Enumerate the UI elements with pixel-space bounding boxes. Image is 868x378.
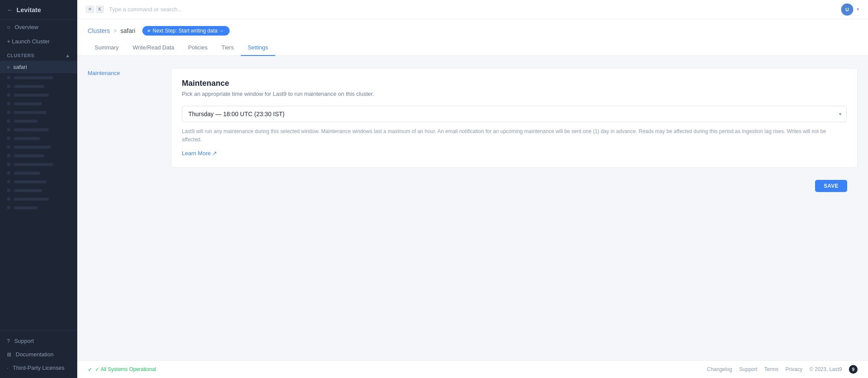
list-item[interactable] [0,177,77,186]
list-item[interactable] [0,82,77,91]
notification-badge[interactable]: 9 [849,365,858,374]
cluster-item-safari[interactable]: ≡ safari [0,61,77,73]
list-item[interactable] [0,160,77,169]
topbar-right: U ▾ [841,3,859,16]
search-input-placeholder[interactable]: Type a command or search... [109,6,836,13]
page-header: Clusters > safari Next Step: Start writi… [77,19,868,56]
main-area: ⌘ K Type a command or search... U ▾ Clus… [77,0,868,378]
settings-content: Maintenance Pick an appropriate time win… [171,68,858,197]
footer-status: ✓ ✓ All Systems Operational [88,366,156,373]
maintenance-card: Maintenance Pick an appropriate time win… [171,68,858,168]
footer-links: Changelog Support Terms Privacy © 2023, … [707,365,858,374]
learn-more-link[interactable]: Learn More ↗ [182,150,217,156]
third-party-icon: · [7,365,8,371]
shortcut-hint: ⌘ K [86,6,104,13]
support-icon: ? [7,338,10,344]
save-button[interactable]: SAVE [815,180,847,192]
list-item[interactable] [0,186,77,195]
shortcut-key-cmd: ⌘ [86,6,94,13]
tabs: Summary Write/Read Data Policies Tiers S… [88,41,858,55]
list-item[interactable] [0,125,77,134]
back-icon[interactable]: ← [7,7,13,13]
breadcrumb-separator: > [113,27,117,34]
maintenance-info-text: Last9 will run any maintenance during th… [182,127,847,144]
tab-write-read[interactable]: Write/Read Data [126,41,181,56]
tab-settings[interactable]: Settings [241,41,275,56]
sidebar-item-documentation[interactable]: ⊞ Documentation [0,348,77,361]
sidebar-item-third-party[interactable]: · Third-Party Licenses [0,361,77,375]
settings-layout: Maintenance Maintenance Pick an appropri… [88,68,858,197]
list-item[interactable] [0,99,77,108]
maintenance-select-wrapper: Thursday — 18:00 UTC (23:30 IST) Monday … [182,106,847,122]
shortcut-key-k: K [96,6,104,13]
breadcrumb-clusters[interactable]: Clusters [88,27,110,34]
documentation-icon: ⊞ [7,352,11,358]
sidebar-cluster-list [0,73,77,330]
list-item[interactable] [0,108,77,117]
list-item[interactable] [0,203,77,212]
badge-dot [148,29,150,32]
save-area: SAVE [171,175,858,197]
list-item[interactable] [0,91,77,99]
avatar-chevron-icon[interactable]: ▾ [857,7,859,12]
sidebar-logo[interactable]: ← Levitate [0,0,77,20]
next-step-badge[interactable]: Next Step: Start writing data → [142,26,230,36]
status-check-icon: ✓ [88,366,92,373]
breadcrumb-current: safari [121,27,135,34]
tab-summary[interactable]: Summary [88,41,126,56]
settings-nav: Maintenance [88,68,157,197]
sidebar: ← Levitate ○ Overview + Launch Cluster C… [0,0,77,378]
tab-policies[interactable]: Policies [181,41,214,56]
list-item[interactable] [0,143,77,151]
list-item[interactable] [0,73,77,82]
terms-link[interactable]: Terms [764,366,779,372]
settings-nav-maintenance[interactable]: Maintenance [88,68,157,78]
section-description: Pick an appropriate time window for Last… [182,91,847,97]
copyright-text: © 2023, Last9 [809,366,842,372]
support-link[interactable]: Support [739,366,757,372]
list-item[interactable] [0,195,77,203]
privacy-link[interactable]: Privacy [786,366,802,372]
sidebar-bottom: ? Support ⊞ Documentation · Third-Party … [0,330,77,378]
section-title: Maintenance [182,79,847,88]
list-item[interactable] [0,117,77,125]
app-name: Levitate [16,6,41,13]
avatar[interactable]: U [841,3,853,16]
breadcrumb: Clusters > safari Next Step: Start writi… [88,26,858,36]
topbar: ⌘ K Type a command or search... U ▾ [77,0,868,19]
list-item[interactable] [0,151,77,160]
list-item[interactable] [0,134,77,143]
sidebar-item-support[interactable]: ? Support [0,334,77,348]
main-scroll: Clusters > safari Next Step: Start writi… [77,19,868,360]
footer: ✓ ✓ All Systems Operational Changelog Su… [77,360,868,378]
cluster-icon: ≡ [7,65,10,70]
overview-icon: ○ [7,24,10,30]
clusters-section-header: CLUSTERS ▲ [0,49,77,61]
page-body: Maintenance Maintenance Pick an appropri… [77,56,868,360]
tab-tiers[interactable]: Tiers [214,41,240,56]
changelog-link[interactable]: Changelog [707,366,732,372]
collapse-icon[interactable]: ▲ [66,53,70,58]
sidebar-item-launch-cluster[interactable]: + Launch Cluster [0,34,77,49]
status-text: ✓ All Systems Operational [95,366,156,372]
maintenance-window-select[interactable]: Thursday — 18:00 UTC (23:30 IST) Monday … [182,106,847,122]
list-item[interactable] [0,169,77,177]
sidebar-item-overview[interactable]: ○ Overview [0,20,77,34]
